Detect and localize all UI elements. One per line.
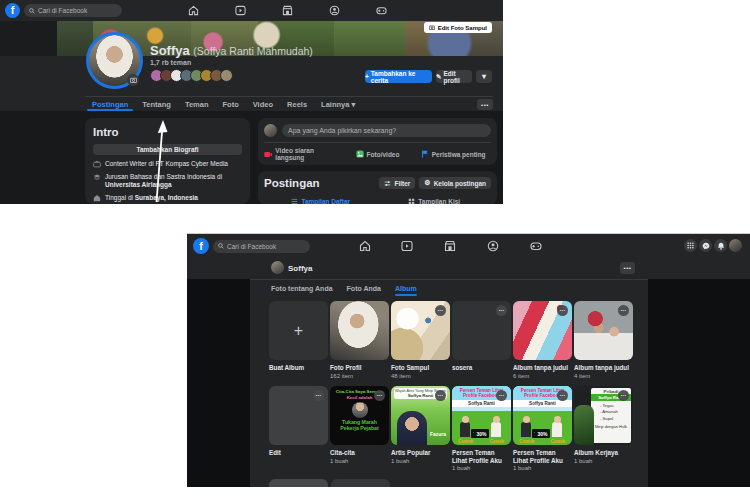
album-more-button[interactable] bbox=[496, 305, 507, 316]
tab-foto-anda[interactable]: Foto Anda bbox=[347, 281, 381, 296]
album-more-button[interactable] bbox=[618, 390, 629, 401]
add-bio-button[interactable]: Tambahkan Biografi bbox=[93, 144, 242, 155]
home-icon[interactable] bbox=[188, 5, 199, 16]
create-album-tile[interactable] bbox=[269, 301, 328, 360]
album-more-button[interactable] bbox=[374, 390, 385, 401]
avatar-camera-button[interactable] bbox=[127, 74, 139, 86]
album-tile-foto-profil[interactable] bbox=[330, 301, 389, 360]
profile-tabs: Postingan Tentang Teman Foto Video Reels… bbox=[85, 97, 362, 111]
album-more-button[interactable] bbox=[618, 305, 629, 316]
album-row-2: Edit Cita-Cita Saya Semasa Kecil adalah … bbox=[269, 386, 639, 471]
filter-button[interactable]: Filter bbox=[379, 177, 415, 189]
album-more-button[interactable] bbox=[313, 390, 324, 401]
search-input[interactable]: Cari di Facebook bbox=[213, 240, 310, 253]
album-tile-kerjaya[interactable]: Pribadi Soffya Ranti - Tegas- Amanah- Su… bbox=[574, 386, 633, 445]
grid-view-tab[interactable]: Tampilan Kisi bbox=[378, 194, 492, 204]
album-more-button[interactable] bbox=[435, 305, 446, 316]
friend-avatars[interactable] bbox=[150, 69, 233, 82]
facebook-logo[interactable]: f bbox=[5, 3, 20, 18]
intro-card: Intro Tambahkan Biografi Content Writer … bbox=[85, 118, 250, 204]
search-input[interactable]: Cari di Facebook bbox=[24, 4, 122, 17]
search-icon bbox=[218, 243, 224, 249]
album-tile-foto-sampul[interactable] bbox=[391, 301, 450, 360]
friend-avatar[interactable] bbox=[220, 69, 233, 82]
top-nav-bar: f Cari di Facebook bbox=[187, 234, 750, 258]
tab-foto[interactable]: Foto bbox=[216, 97, 246, 111]
profile-more-button[interactable] bbox=[476, 70, 492, 83]
live-video-button[interactable]: Video siaran langsung bbox=[264, 147, 340, 161]
album-more-button[interactable] bbox=[557, 305, 568, 316]
messenger-button[interactable] bbox=[699, 239, 712, 252]
album-tile-persen-2[interactable]: Persen Teman LihatProfile Facebook Soffy… bbox=[513, 386, 572, 445]
tabs-more-button[interactable] bbox=[477, 99, 493, 110]
marketplace-icon[interactable] bbox=[444, 240, 456, 252]
page-user-name: Soffya bbox=[288, 264, 312, 273]
tab-video[interactable]: Video bbox=[246, 97, 280, 111]
album-cell: Cita-Cita Saya Semasa Kecil adalah Tukan… bbox=[330, 386, 389, 471]
album-cell: sosera bbox=[452, 301, 511, 379]
tab-foto-tentang-anda[interactable]: Foto tentang Anda bbox=[271, 281, 333, 296]
camera-icon bbox=[429, 25, 435, 30]
album-row-1: Buat Album Foto Profil 162 item Foto Sam… bbox=[269, 301, 639, 379]
tab-tentang[interactable]: Tentang bbox=[135, 97, 178, 111]
album-tile-partial[interactable] bbox=[269, 479, 328, 487]
bell-icon bbox=[717, 242, 725, 250]
apps-menu-button[interactable] bbox=[684, 239, 697, 252]
messenger-icon bbox=[702, 242, 710, 250]
album-cell: Persen Teman LihatProfile Facebook Soffy… bbox=[513, 386, 572, 471]
search-icon bbox=[29, 8, 35, 14]
search-placeholder: Cari di Facebook bbox=[38, 7, 87, 14]
flag-icon bbox=[421, 150, 429, 158]
tab-postingan[interactable]: Postingan bbox=[85, 97, 135, 111]
life-event-button[interactable]: Peristiwa penting bbox=[415, 147, 491, 161]
tab-teman[interactable]: Teman bbox=[178, 97, 216, 111]
edit-cover-button[interactable]: Edit Foto Sampul bbox=[424, 22, 492, 33]
album-tile-persen-1[interactable]: Persen Teman LihatProfile Facebook Soffy… bbox=[452, 386, 511, 445]
intro-lives: Tinggal di Surabaya, Indonesia bbox=[93, 194, 242, 202]
album-more-button[interactable] bbox=[496, 390, 507, 401]
marketplace-icon[interactable] bbox=[282, 5, 293, 16]
album-tile-tanpa-judul-1[interactable] bbox=[513, 301, 572, 360]
plus-icon bbox=[269, 301, 328, 360]
list-view-tab[interactable]: Tampilan Daftar bbox=[264, 194, 378, 204]
facebook-logo[interactable]: f bbox=[193, 238, 209, 254]
home-icon[interactable] bbox=[359, 240, 371, 252]
album-cell: Pribadi Soffya Ranti - Tegas- Amanah- Su… bbox=[574, 386, 633, 471]
album-tile-partial[interactable] bbox=[331, 479, 390, 487]
tab-album[interactable]: Album bbox=[395, 281, 417, 296]
watch-icon[interactable] bbox=[401, 240, 413, 252]
album-tile-sosera[interactable] bbox=[452, 301, 511, 360]
manage-posts-button[interactable]: Kelola postingan bbox=[419, 177, 491, 189]
list-view-icon bbox=[291, 198, 298, 205]
friends-count[interactable]: 1,7 rb teman bbox=[150, 59, 191, 66]
album-more-button[interactable] bbox=[435, 390, 446, 401]
page-gutter bbox=[0, 21, 57, 56]
album-tile-edit[interactable] bbox=[269, 386, 328, 445]
groups-icon[interactable] bbox=[329, 5, 340, 16]
page-more-button[interactable] bbox=[620, 262, 635, 274]
album-tile-tanpa-judul-2[interactable] bbox=[574, 301, 633, 360]
notifications-button[interactable] bbox=[714, 239, 727, 252]
grid-view-icon bbox=[408, 198, 415, 205]
watch-icon[interactable] bbox=[235, 5, 246, 16]
avatar[interactable] bbox=[264, 124, 277, 137]
cartoon-figure bbox=[352, 402, 368, 418]
album-tile-artis-popular[interactable]: Wajah Artis Yang Mirip Seperti Soffya Ra… bbox=[391, 386, 450, 445]
gaming-icon[interactable] bbox=[376, 5, 387, 16]
album-cell: Buat Album bbox=[269, 301, 328, 379]
album-tile-cita-cita[interactable]: Cita-Cita Saya Semasa Kecil adalah Tukan… bbox=[330, 386, 389, 445]
status-input[interactable]: Apa yang Anda pikirkan sekarang? bbox=[282, 124, 491, 137]
add-to-story-button[interactable]: Tambahkan ke cerita bbox=[365, 70, 432, 83]
intro-work: Content Writer di PT Kompas Cyber Media bbox=[93, 160, 242, 168]
tab-lainnya[interactable]: Lainnya bbox=[314, 97, 362, 111]
tab-reels[interactable]: Reels bbox=[280, 97, 314, 111]
groups-icon[interactable] bbox=[487, 240, 499, 252]
album-more-button[interactable] bbox=[557, 390, 568, 401]
avatar[interactable] bbox=[271, 261, 284, 274]
account-avatar[interactable] bbox=[729, 239, 742, 252]
edit-profile-button[interactable]: Edit profil bbox=[436, 70, 472, 83]
photo-video-button[interactable]: Foto/video bbox=[340, 147, 416, 161]
cartoon-female bbox=[491, 422, 501, 437]
album-cell: Album tanpa judul 4 item bbox=[574, 301, 633, 379]
gaming-icon[interactable] bbox=[530, 240, 542, 252]
